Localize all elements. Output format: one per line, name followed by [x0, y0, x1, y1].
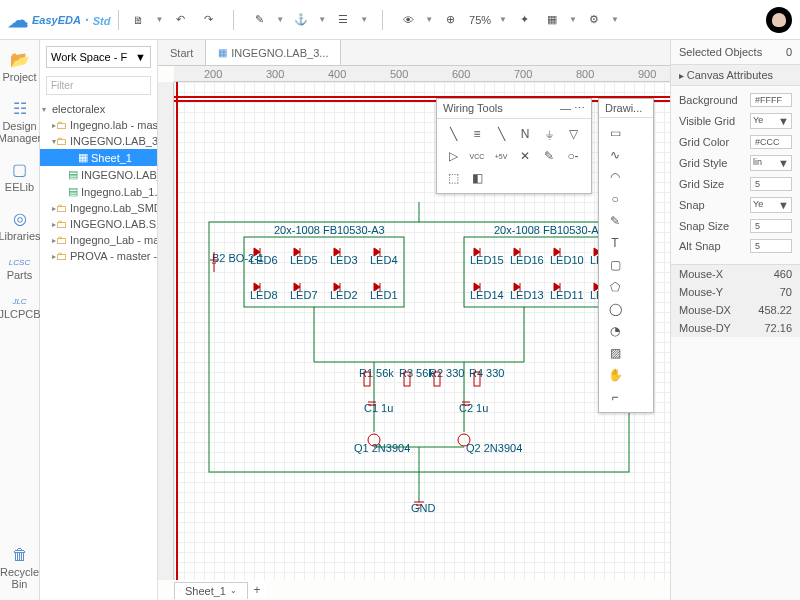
svg-text:20x-1008 FB10530-A3: 20x-1008 FB10530-A3	[274, 224, 385, 236]
wand-icon[interactable]: ✦	[513, 9, 535, 31]
ruler-horizontal: 200300400500600700800900	[174, 66, 670, 82]
rail-libraries[interactable]: ◎Libraries	[1, 203, 39, 252]
tree-item[interactable]: ▸🗀Ingegno.lab - mas	[40, 117, 157, 133]
busentry-icon[interactable]: ╲	[489, 123, 513, 145]
app-logo: ☁ EasyEDA · Std	[8, 8, 110, 32]
flag-icon[interactable]: ▽	[561, 123, 585, 145]
svg-text:LED8: LED8	[250, 289, 278, 301]
edition-text: · Std	[85, 12, 111, 28]
svg-text:LED3: LED3	[330, 254, 358, 266]
netlabel-icon[interactable]: N	[513, 123, 537, 145]
minimize-icon[interactable]: — ⋯	[560, 102, 585, 115]
editor-tabs: Start ▦INGEGNO.LAB_3...	[158, 40, 670, 66]
tab-start[interactable]: Start	[158, 40, 206, 65]
rail-recycle[interactable]: 🗑Recycle Bin	[1, 540, 39, 600]
zoom-icon[interactable]: ⊕	[439, 9, 461, 31]
arc-icon[interactable]: ◠	[603, 166, 627, 188]
rail-jlcpcb[interactable]: JLCJLCPCB	[1, 291, 39, 330]
tree-item[interactable]: ▸🗀Ingegno_Lab - ma	[40, 232, 157, 248]
tree-item[interactable]: ▾🗀INGEGNO.LAB_3n	[40, 133, 157, 149]
tree-item[interactable]: ▸🗀INGEGNO.LAB.SM	[40, 216, 157, 232]
eye-icon[interactable]: 👁	[397, 9, 419, 31]
rail-eelib[interactable]: ▢EELib	[1, 154, 39, 203]
redo-icon[interactable]: ↷	[197, 9, 219, 31]
bus-icon[interactable]: ≡	[465, 123, 489, 145]
prop-row: Background#FFFF	[671, 90, 800, 110]
noconnect-icon[interactable]: ✕	[513, 145, 537, 167]
ellipse-icon[interactable]: ◯	[603, 298, 627, 320]
zoom-level[interactable]: 75%	[469, 14, 491, 26]
svg-text:LED15: LED15	[470, 254, 504, 266]
workspace-select[interactable]: Work Space - F▼	[46, 46, 151, 68]
line-icon[interactable]: ▭	[603, 122, 627, 144]
tree-item[interactable]: ▤INGEGNO.LAB_3	[40, 166, 157, 183]
lcsc-icon: LCSC	[9, 258, 30, 267]
tree-item[interactable]: ▸🗀PROVA - master -	[40, 248, 157, 264]
rail-parts[interactable]: LCSCParts	[1, 252, 39, 291]
port-icon[interactable]: ▷	[441, 145, 465, 167]
probe-icon[interactable]: ✎	[537, 145, 561, 167]
text-icon[interactable]: T	[603, 232, 627, 254]
gnd-icon[interactable]: ⏚	[537, 123, 561, 145]
cloud-icon: ☁	[8, 8, 28, 32]
canvas-attributes-header: ▸ Canvas Attributes	[671, 65, 800, 86]
wiring-title: Wiring Tools	[443, 102, 503, 115]
global-icon[interactable]: ◧	[465, 167, 489, 189]
pie-icon[interactable]: ◔	[603, 320, 627, 342]
tree-root[interactable]: ▾electoralex	[40, 101, 157, 117]
svg-text:C2 1u: C2 1u	[459, 402, 488, 414]
filter-input[interactable]: Filter	[46, 76, 151, 95]
pan-icon[interactable]: ✋	[603, 364, 627, 386]
circle2-icon[interactable]: ○	[603, 188, 627, 210]
brand-text: EasyEDA	[32, 14, 81, 26]
prop-row: Grid Size5	[671, 174, 800, 194]
wiring-tools-panel[interactable]: Wiring Tools— ⋯ ╲ ≡ ╲ N ⏚ ▽ ▷ VCC +5V ✕ …	[436, 98, 592, 194]
corner-icon[interactable]: ⌐	[603, 386, 627, 408]
tree-item[interactable]: ▸🗀Ingegno.Lab_SMD	[40, 200, 157, 216]
project-panel: Work Space - F▼ Filter ▾electoralex ▸🗀In…	[40, 40, 158, 600]
avatar[interactable]	[766, 7, 792, 33]
image-icon[interactable]: ▨	[603, 342, 627, 364]
rect-icon[interactable]: ▢	[603, 254, 627, 276]
sheet-tab-1[interactable]: Sheet_1⌄	[174, 582, 248, 599]
tab-schematic[interactable]: ▦INGEGNO.LAB_3...	[206, 40, 341, 65]
pen-icon[interactable]: ✎	[603, 210, 627, 232]
selected-objects-label: Selected Objects	[679, 46, 762, 58]
schematic-drawing: VCC GND 20x-1008 FB10530-A3 20x-1008 FB1…	[204, 202, 634, 522]
plus5v-icon[interactable]: +5V	[489, 145, 513, 167]
pencil-icon[interactable]: ✎	[248, 9, 270, 31]
tree-item[interactable]: ▦Sheet_1	[40, 149, 157, 166]
bezier-icon[interactable]: ∿	[603, 144, 627, 166]
align-icon[interactable]: ☰	[332, 9, 354, 31]
canvas[interactable]: VCC GND 20x-1008 FB10530-A3 20x-1008 FB1…	[174, 82, 670, 580]
svg-text:Q1 2N3904: Q1 2N3904	[354, 442, 410, 454]
tree-item[interactable]: ▤Ingegno.Lab_1.0	[40, 183, 157, 200]
local-icon[interactable]: ⬚	[441, 167, 465, 189]
project-tree: ▾electoralex ▸🗀Ingegno.lab - mas▾🗀INGEGN…	[40, 101, 157, 600]
prop-row: Snap Size5	[671, 216, 800, 236]
anchor-icon[interactable]: ⚓	[290, 9, 312, 31]
svg-text:LED1: LED1	[370, 289, 398, 301]
grid-icon[interactable]: ▦	[541, 9, 563, 31]
svg-text:LED14: LED14	[470, 289, 504, 301]
settings-icon[interactable]: ⚙	[583, 9, 605, 31]
sheet-icon: ▦	[218, 47, 227, 58]
undo-icon[interactable]: ↶	[169, 9, 191, 31]
rail-project[interactable]: 📂Project	[1, 44, 39, 93]
poly-icon[interactable]: ⬠	[603, 276, 627, 298]
vcc-icon[interactable]: VCC	[465, 145, 489, 167]
svg-text:Q2 2N3904: Q2 2N3904	[466, 442, 522, 454]
prop-row: SnapYe ▼	[671, 194, 800, 216]
svg-text:GND: GND	[411, 502, 436, 514]
svg-text:C1 1u: C1 1u	[364, 402, 393, 414]
drawing-tools-panel[interactable]: Drawi... ▭ ∿ ◠ ○ ✎ T ▢ ⬠ ◯ ◔ ▨ ✋	[598, 98, 654, 413]
svg-text:LED4: LED4	[370, 254, 398, 266]
prop-row: Alt Snap5	[671, 236, 800, 256]
wire-icon[interactable]: ╲	[441, 123, 465, 145]
file-icon[interactable]: 🗎	[127, 9, 149, 31]
add-sheet-button[interactable]: +	[248, 583, 266, 597]
netport-icon[interactable]: ○-	[561, 145, 585, 167]
list-icon: ☷	[13, 99, 27, 118]
rail-design-manager[interactable]: ☷Design Manager	[1, 93, 39, 154]
sheet-tabs: Sheet_1⌄ +	[174, 580, 266, 600]
